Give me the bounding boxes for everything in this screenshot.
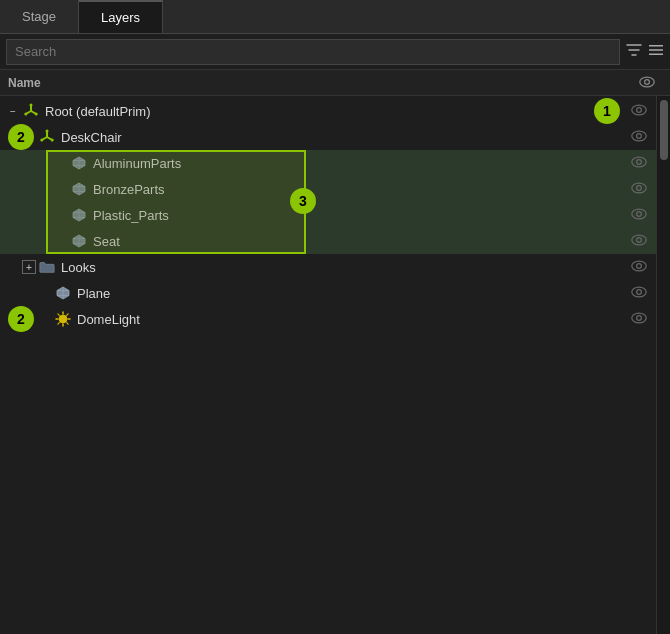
tree-row-plane[interactable]: Plane xyxy=(0,280,656,306)
svg-point-63 xyxy=(637,315,642,320)
row-left-domelight: DomeLight xyxy=(38,310,624,328)
svg-point-20 xyxy=(637,133,642,138)
icon-domelight xyxy=(54,310,72,328)
label-looks: Looks xyxy=(61,260,96,275)
svg-point-4 xyxy=(645,79,650,84)
tree-row-seat[interactable]: Seat xyxy=(0,228,656,254)
label-root: Root (defaultPrim) xyxy=(45,104,150,119)
svg-point-38 xyxy=(637,211,642,216)
content-area: 1 2 3 2 − xyxy=(0,96,670,634)
eye-aluminum[interactable] xyxy=(624,156,654,171)
menu-icon[interactable] xyxy=(648,42,664,61)
icon-aluminum xyxy=(70,154,88,172)
svg-rect-1 xyxy=(649,49,663,51)
svg-point-62 xyxy=(632,313,646,323)
svg-point-25 xyxy=(632,157,646,167)
tree-row-domelight[interactable]: DomeLight xyxy=(0,306,656,332)
svg-point-31 xyxy=(632,183,646,193)
label-seat: Seat xyxy=(93,234,120,249)
eye-plane[interactable] xyxy=(624,286,654,301)
row-left-root: − xyxy=(6,102,624,120)
toggle-deskchair[interactable]: − xyxy=(22,130,36,144)
icon-root xyxy=(22,102,40,120)
tree-row-deskchair[interactable]: − DeskChai xyxy=(0,124,656,150)
svg-point-12 xyxy=(637,107,642,112)
toggle-looks[interactable]: + xyxy=(22,260,36,274)
svg-line-60 xyxy=(67,314,68,315)
icon-looks xyxy=(38,258,56,276)
row-left-deskchair: − DeskChai xyxy=(22,128,624,146)
svg-point-26 xyxy=(637,159,642,164)
tab-layers[interactable]: Layers xyxy=(79,0,163,33)
svg-rect-2 xyxy=(649,54,663,56)
svg-line-61 xyxy=(58,323,59,324)
svg-line-58 xyxy=(58,314,59,315)
svg-point-3 xyxy=(640,77,654,87)
scrollbar[interactable] xyxy=(656,96,670,634)
svg-point-11 xyxy=(632,105,646,115)
svg-point-18 xyxy=(40,139,43,142)
search-input[interactable] xyxy=(6,39,620,65)
svg-point-10 xyxy=(24,113,27,116)
svg-point-16 xyxy=(46,130,49,133)
tree-row-bronze[interactable]: BronzeParts xyxy=(0,176,656,202)
svg-rect-0 xyxy=(649,45,663,47)
eye-root[interactable] xyxy=(624,104,654,119)
svg-point-37 xyxy=(632,209,646,219)
tree-area: 1 2 3 2 − xyxy=(0,96,656,634)
filter-icon[interactable] xyxy=(626,42,642,61)
tree-row-looks[interactable]: + Looks xyxy=(0,254,656,280)
svg-point-19 xyxy=(632,131,646,141)
svg-point-32 xyxy=(637,185,642,190)
svg-point-8 xyxy=(30,104,33,107)
icon-bronze xyxy=(70,180,88,198)
eye-bronze[interactable] xyxy=(624,182,654,197)
icon-seat xyxy=(70,232,88,250)
svg-point-52 xyxy=(637,289,642,294)
svg-point-53 xyxy=(59,315,67,323)
tab-stage[interactable]: Stage xyxy=(0,0,79,33)
svg-point-44 xyxy=(637,237,642,242)
eye-plastic[interactable] xyxy=(624,208,654,223)
eye-seat[interactable] xyxy=(624,234,654,249)
tree-row-root[interactable]: − xyxy=(0,98,656,124)
svg-line-59 xyxy=(67,323,68,324)
icon-plane xyxy=(54,284,72,302)
scrollbar-thumb[interactable] xyxy=(660,100,668,160)
eye-domelight[interactable] xyxy=(624,312,654,327)
svg-point-43 xyxy=(632,235,646,245)
svg-point-9 xyxy=(35,113,38,116)
svg-point-51 xyxy=(632,287,646,297)
row-left-plane: Plane xyxy=(38,284,624,302)
row-left-looks: + Looks xyxy=(22,258,624,276)
svg-point-17 xyxy=(51,139,54,142)
visibility-column-header xyxy=(632,75,662,91)
icon-plastic xyxy=(70,206,88,224)
search-bar xyxy=(0,34,670,70)
label-bronze: BronzeParts xyxy=(93,182,165,197)
label-aluminum: AluminumParts xyxy=(93,156,181,171)
row-left-aluminum: AluminumParts xyxy=(54,154,624,172)
label-plane: Plane xyxy=(77,286,110,301)
tree-wrapper: 1 2 3 2 − xyxy=(0,98,656,332)
eye-looks[interactable] xyxy=(624,260,654,275)
tree-row-plastic[interactable]: Plastic_Parts xyxy=(0,202,656,228)
row-left-plastic: Plastic_Parts xyxy=(54,206,624,224)
toggle-root[interactable]: − xyxy=(6,104,20,118)
icon-deskchair xyxy=(38,128,56,146)
column-header: Name xyxy=(0,70,670,96)
row-left-seat: Seat xyxy=(54,232,624,250)
label-plastic: Plastic_Parts xyxy=(93,208,169,223)
label-deskchair: DeskChair xyxy=(61,130,122,145)
row-left-bronze: BronzeParts xyxy=(54,180,624,198)
eye-deskchair[interactable] xyxy=(624,130,654,145)
tree-row-aluminum[interactable]: AluminumParts xyxy=(0,150,656,176)
svg-point-46 xyxy=(637,263,642,268)
name-column-header: Name xyxy=(8,76,632,90)
tab-bar: Stage Layers xyxy=(0,0,670,34)
svg-point-45 xyxy=(632,261,646,271)
label-domelight: DomeLight xyxy=(77,312,140,327)
